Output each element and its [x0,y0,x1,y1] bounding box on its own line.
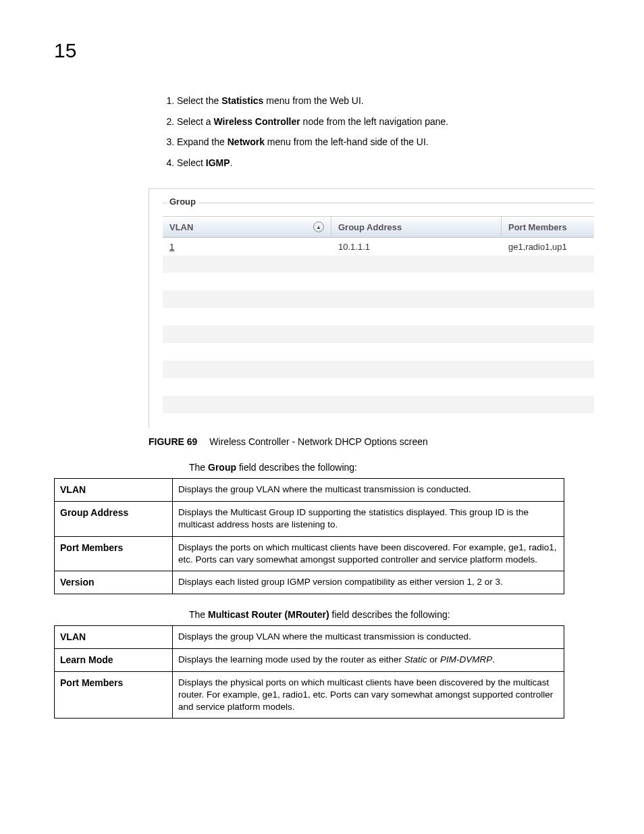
table-row: VLAN Displays the group VLAN where the m… [55,626,564,649]
intro-bold: Group [208,462,236,473]
cell-port-members: ge1,radio1,up1 [502,238,594,255]
table-row [163,255,594,273]
table-row: VLAN Displays the group VLAN where the m… [55,479,564,502]
panel-title: Group [167,197,198,207]
desc-post: . [492,654,495,664]
steps-list: Select the Statistics menu from the Web … [162,95,563,170]
column-header-port-members[interactable]: Port Members [502,217,594,237]
figure-label: FIGURE 69 [149,436,197,447]
group-description-table: VLAN Displays the group VLAN where the m… [54,478,564,594]
step-text-bold: IGMP [206,157,230,168]
desc-pre: Displays the learning mode used by the r… [178,654,404,664]
table-row [163,361,594,378]
mrouter-description-table: VLAN Displays the group VLAN where the m… [54,625,564,719]
column-header-group-address[interactable]: Group Address [331,217,502,237]
table-row [163,325,594,343]
step-text-post: menu from the Web UI. [263,95,363,106]
term-cell: VLAN [55,479,173,502]
table-row: Learn Mode Displays the learning mode us… [55,648,564,671]
table-row: Group Address Displays the Multicast Gro… [55,502,564,536]
group-panel: Group VLAN ▲ Group Address Port Members [163,203,594,428]
desc-italic-1: Static [404,654,427,664]
step-3: Expand the Network menu from the left-ha… [177,136,563,149]
desc-mid: or [427,654,440,664]
figure-caption: FIGURE 69Wireless Controller - Network D… [149,436,590,447]
cell-vlan[interactable]: 1 [163,238,331,255]
table-row: Version Displays each listed group IGMP … [55,571,564,594]
step-text-bold: Network [227,136,265,147]
desc-cell: Displays the physical ports on which mul… [173,671,564,719]
grid-body: 1 10.1.1.1 ge1,radio1,up1 [163,238,594,413]
step-text-bold: Statistics [221,95,263,106]
group-intro: The Group field describes the following: [189,462,590,473]
step-text-pre: Expand the [177,136,227,147]
data-grid: VLAN ▲ Group Address Port Members 1 [163,216,594,428]
step-text-pre: Select the [177,95,221,106]
screenshot-frame: Group VLAN ▲ Group Address Port Members [149,188,594,428]
desc-cell: Displays the ports on which multicast cl… [173,536,564,571]
intro-pre: The [189,462,208,473]
sort-ascending-icon: ▲ [313,221,324,232]
term-cell: Learn Mode [55,648,173,671]
step-text-post: menu from the left-hand side of the UI. [265,136,429,147]
table-row: Port Members Displays the ports on which… [55,536,564,571]
term-cell: VLAN [55,626,173,649]
document-page: 15 Select the Statistics menu from the W… [0,0,644,834]
intro-pre: The [189,609,208,620]
step-1: Select the Statistics menu from the Web … [177,95,563,108]
step-text-post: node from the left navigation pane. [300,116,448,127]
table-row [163,396,594,413]
step-text-pre: Select [177,157,206,168]
step-text-post: . [230,157,233,168]
desc-cell: Displays the Multicast Group ID supporti… [173,502,564,536]
mrouter-table-wrap: VLAN Displays the group VLAN where the m… [54,625,590,719]
desc-italic-2: PIM-DVMRP [440,654,492,664]
step-2: Select a Wireless Controller node from t… [177,115,563,129]
grid-header: VLAN ▲ Group Address Port Members [163,216,594,238]
group-table-wrap: VLAN Displays the group VLAN where the m… [54,478,590,594]
table-row[interactable]: 1 10.1.1.1 ge1,radio1,up1 [163,238,594,255]
figure-caption-text: Wireless Controller - Network DHCP Optio… [209,436,427,447]
screenshot-figure: Group VLAN ▲ Group Address Port Members [149,188,590,428]
intro-post: field describes the following: [236,462,357,473]
mrouter-intro: The Multicast Router (MRouter) field des… [189,609,590,620]
step-4: Select IGMP. [177,157,563,170]
desc-cell: Displays the group VLAN where the multic… [173,626,564,649]
table-row [163,378,594,396]
desc-cell: Displays the learning mode used by the r… [173,648,564,671]
term-cell: Version [55,571,173,594]
term-cell: Port Members [55,671,173,719]
desc-cell: Displays the group VLAN where the multic… [173,479,564,502]
table-row [163,273,594,290]
table-row: Port Members Displays the physical ports… [55,671,564,719]
chapter-number: 15 [54,39,76,62]
steps-block: Select the Statistics menu from the Web … [162,95,563,170]
desc-cell: Displays each listed group IGMP version … [173,571,564,594]
column-header-group-address-label: Group Address [338,222,402,232]
table-row [163,308,594,325]
column-header-vlan[interactable]: VLAN ▲ [163,217,331,237]
term-cell: Port Members [55,536,173,571]
intro-post: field describes the following: [329,609,450,620]
step-text-bold: Wireless Controller [213,116,300,127]
intro-bold: Multicast Router (MRouter) [208,609,329,620]
term-cell: Group Address [55,502,173,536]
table-row [163,343,594,361]
cell-group-address: 10.1.1.1 [331,238,502,255]
column-header-port-members-label: Port Members [508,222,567,232]
step-text-pre: Select a [177,116,213,127]
panel-border [163,203,594,204]
table-row [163,290,594,308]
column-header-vlan-label: VLAN [169,222,193,232]
